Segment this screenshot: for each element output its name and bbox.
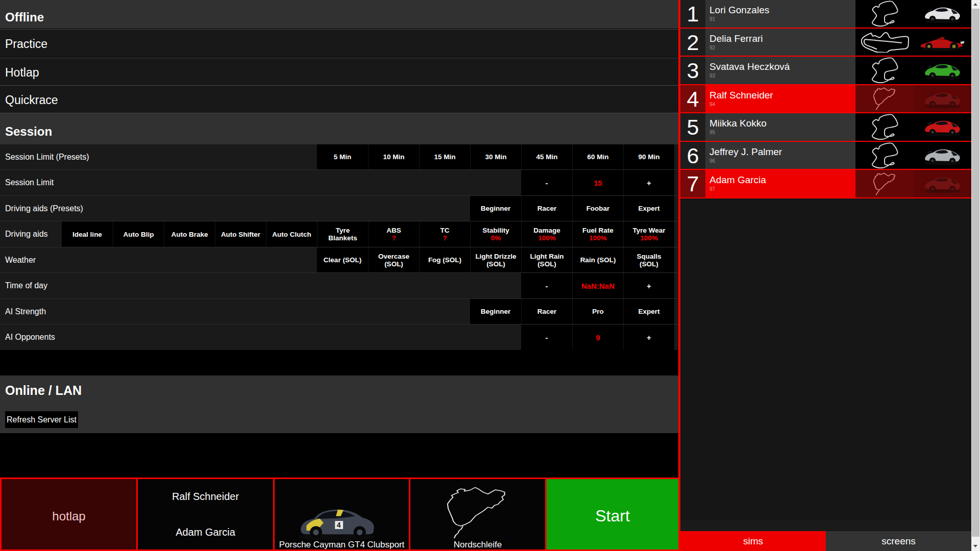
svg-text:4: 4 (336, 521, 340, 529)
